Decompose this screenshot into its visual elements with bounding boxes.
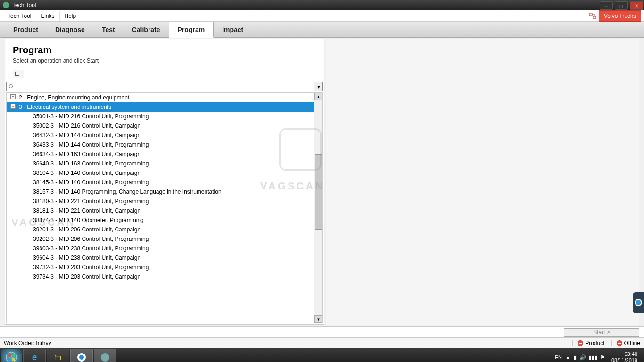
scroll-down-button[interactable]: ▼	[314, 315, 322, 323]
tray-clock[interactable]: 03:40 08/11/2019	[609, 351, 640, 362]
collapse-icon[interactable]: -	[10, 104, 16, 109]
taskbar-techtool[interactable]	[94, 349, 116, 362]
expand-icon	[15, 72, 22, 76]
tree-item[interactable]: 38157-3 - MID 140 Programming, Change La…	[7, 187, 314, 197]
tree-item[interactable]: 38104-3 - MID 140 Control Unit, Campaign	[7, 168, 314, 178]
tray-language[interactable]: EN	[555, 354, 562, 360]
app-icon	[3, 2, 9, 8]
start-button[interactable]: Start >	[564, 328, 639, 337]
connection-icon[interactable]	[588, 12, 597, 20]
maximize-button[interactable]: ◻	[615, 1, 628, 10]
tree-label: 3 - Electrical system and instruments	[19, 104, 111, 110]
tree-item[interactable]: 35002-3 - MID 216 Control Unit, Campaign	[7, 121, 314, 131]
tree-label: 38180-3 - MID 221 Control Unit, Programm…	[33, 198, 149, 205]
teamviewer-side-tab[interactable]	[633, 292, 644, 313]
tree-group[interactable]: -3 - Electrical system and instruments	[7, 102, 314, 112]
status-product[interactable]: Product	[572, 340, 604, 346]
tree-item[interactable]: 36432-3 - MID 144 Control Unit, Campaign	[7, 131, 314, 140]
tree-group[interactable]: +2 - Engine, Engine mounting and equipme…	[7, 93, 314, 102]
tree-item[interactable]: 39202-3 - MID 206 Control Unit, Programm…	[7, 234, 314, 244]
scroll-up-button[interactable]: ▲	[314, 93, 322, 100]
tree-item[interactable]: 36640-3 - MID 163 Control Unit, Programm…	[7, 159, 314, 168]
brand-button[interactable]: Volvo Trucks	[599, 10, 641, 22]
tab-test[interactable]: Test	[93, 22, 124, 37]
svg-rect-9	[12, 358, 15, 361]
footer-bar: Start >	[0, 326, 644, 337]
tree-label: 38374-3 - MID 140 Odometer, Programming	[33, 217, 144, 223]
tree-item[interactable]: 38145-3 - MID 140 Control Unit, Programm…	[7, 178, 314, 187]
tree-item[interactable]: 39603-3 - MID 238 Control Unit, Programm…	[7, 244, 314, 253]
tree-label: 36432-3 - MID 144 Control Unit, Campaign	[33, 132, 140, 139]
tab-product[interactable]: Product	[5, 22, 47, 37]
search-input[interactable]	[6, 82, 314, 91]
scroll-thumb[interactable]	[315, 154, 322, 230]
windows-logo-icon	[6, 352, 17, 362]
start-menu-button[interactable]	[1, 349, 22, 362]
taskbar-ie[interactable]: e	[23, 349, 46, 362]
window-title: Tech Tool	[12, 2, 599, 8]
menu-links[interactable]: Links	[36, 11, 59, 21]
status-offline[interactable]: Offline	[611, 340, 640, 346]
status-offline-icon	[617, 340, 622, 346]
menubar: Tech Tool Links Help Volvo Trucks	[0, 10, 644, 22]
tab-calibrate[interactable]: Calibrate	[124, 22, 169, 37]
page-title: Program	[13, 45, 316, 56]
taskbar-explorer[interactable]: 🗀	[47, 349, 69, 362]
expand-all-button[interactable]	[13, 70, 24, 78]
tree-item[interactable]: 36433-3 - MID 144 Control Unit, Programm…	[7, 140, 314, 149]
tree-item[interactable]: 39604-3 - MID 238 Control Unit, Campaign	[7, 253, 314, 263]
taskbar-teamviewer[interactable]	[70, 349, 93, 362]
menu-help[interactable]: Help	[60, 11, 81, 21]
status-product-icon	[578, 340, 583, 346]
taskbar: e 🗀 EN ▲ ▮ 🔊 ▮▮▮ ⚑ 03:40 08/11/2019	[0, 348, 644, 362]
tree-item[interactable]: 39732-3 - MID 203 Control Unit, Programm…	[7, 263, 314, 272]
tree-item[interactable]: 39734-3 - MID 203 Control Unit, Campaign	[7, 272, 314, 281]
minimize-button[interactable]: ─	[600, 1, 613, 10]
svg-rect-0	[589, 13, 592, 16]
teamviewer-side-icon	[635, 299, 642, 306]
ie-icon: e	[32, 353, 37, 362]
tree-label: 39201-3 - MID 206 Control Unit, Campaign	[33, 226, 140, 233]
tree-item[interactable]: 35001-3 - MID 216 Control Unit, Programm…	[7, 112, 314, 121]
window-titlebar: Tech Tool ─ ◻ ✕	[0, 0, 644, 10]
close-button[interactable]: ✕	[630, 1, 643, 10]
tray-battery-icon[interactable]: ▮	[574, 354, 577, 361]
tree-label: 39734-3 - MID 203 Control Unit, Campaign	[33, 273, 140, 280]
tray-expand-icon[interactable]: ▲	[566, 355, 570, 360]
tree-item[interactable]: 38374-3 - MID 140 Odometer, Programming	[7, 215, 314, 225]
tree-container: +2 - Engine, Engine mounting and equipme…	[6, 92, 323, 323]
tray-flag-icon[interactable]: ⚑	[600, 354, 605, 361]
tree-label: 39604-3 - MID 238 Control Unit, Campaign	[33, 255, 140, 261]
search-dropdown-button[interactable]: ▾	[314, 82, 323, 91]
svg-rect-8	[8, 358, 11, 361]
main-area: Program Select an operation and click St…	[0, 38, 644, 326]
tree-label: 39732-3 - MID 203 Control Unit, Programm…	[33, 264, 149, 271]
tree-view[interactable]: +2 - Engine, Engine mounting and equipme…	[7, 93, 314, 323]
tree-item[interactable]: 39201-3 - MID 206 Control Unit, Campaign	[7, 225, 314, 234]
tree-label: 36433-3 - MID 144 Control Unit, Programm…	[33, 141, 149, 148]
expand-icon[interactable]: +	[10, 94, 16, 99]
folder-icon: 🗀	[54, 353, 62, 362]
tray-network-icon[interactable]: ▮▮▮	[589, 354, 597, 361]
tree-item[interactable]: 38180-3 - MID 221 Control Unit, Programm…	[7, 197, 314, 206]
tree-label: 38145-3 - MID 140 Control Unit, Programm…	[33, 179, 149, 186]
system-tray: EN ▲ ▮ 🔊 ▮▮▮ ⚑ 03:40 08/11/2019	[555, 351, 644, 362]
tab-program[interactable]: Program	[169, 22, 214, 38]
tree-item[interactable]: 38181-3 - MID 221 Control Unit, Campaign	[7, 206, 314, 215]
status-product-label: Product	[585, 340, 604, 346]
tray-time: 03:40	[611, 351, 637, 357]
tree-item[interactable]: 36634-3 - MID 163 Control Unit, Campaign	[7, 149, 314, 159]
svg-rect-1	[593, 16, 596, 19]
tab-diagnose[interactable]: Diagnose	[47, 22, 93, 37]
tray-volume-icon[interactable]: 🔊	[579, 354, 586, 361]
tree-label: 35001-3 - MID 216 Control Unit, Programm…	[33, 113, 149, 120]
menu-techtool[interactable]: Tech Tool	[3, 11, 36, 21]
tab-impact[interactable]: Impact	[214, 22, 252, 37]
status-workorder: Work Order: huhyy	[4, 340, 572, 346]
tree-label: 39202-3 - MID 206 Control Unit, Programm…	[33, 236, 149, 242]
vertical-scrollbar[interactable]: ▲ ▼	[314, 93, 322, 323]
tree-label: 36634-3 - MID 163 Control Unit, Campaign	[33, 151, 140, 157]
tree-label: 36640-3 - MID 163 Control Unit, Programm…	[33, 160, 149, 167]
status-bar: Work Order: huhyy Product Offline	[0, 337, 644, 348]
svg-rect-6	[8, 354, 11, 357]
